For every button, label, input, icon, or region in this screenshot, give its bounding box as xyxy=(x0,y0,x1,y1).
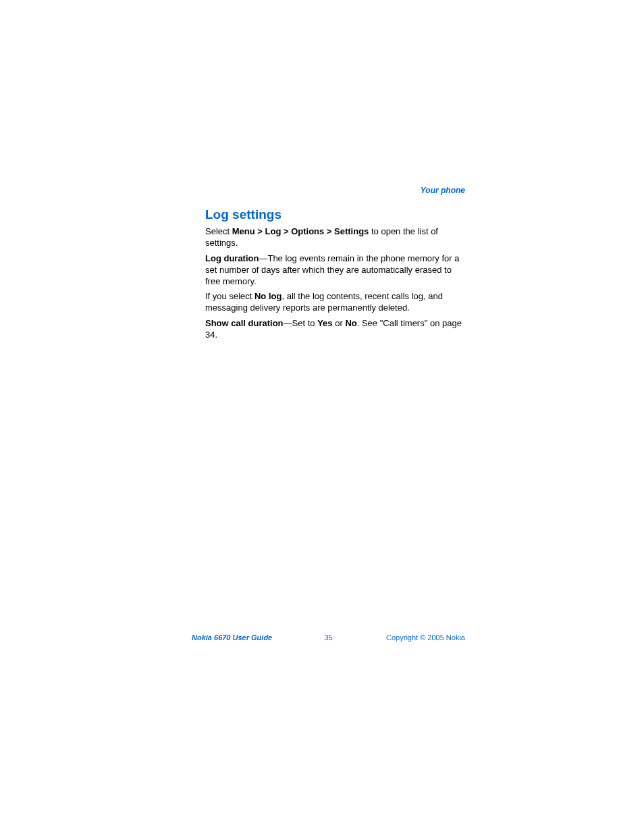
footer-copyright: Copyright © 2005 Nokia xyxy=(386,633,465,642)
text-bold-log-duration: Log duration xyxy=(205,253,259,263)
footer-page-number: 35 xyxy=(324,633,332,642)
text-bold-yes: Yes xyxy=(317,318,332,328)
heading-log-settings: Log settings xyxy=(205,207,465,222)
section-header: Your phone xyxy=(205,186,465,195)
text-prefix: Select xyxy=(205,226,232,236)
text-prefix: If you select xyxy=(205,291,254,301)
paragraph-no-log: If you select No log, all the log conten… xyxy=(205,291,465,314)
paragraph-show-call-duration: Show call duration—Set to Yes or No. See… xyxy=(205,318,465,341)
text-bold-show-call-duration: Show call duration xyxy=(205,318,284,328)
text-bold-no-log: No log xyxy=(254,291,281,301)
paragraph-select-menu: Select Menu > Log > Options > Settings t… xyxy=(205,226,465,249)
footer-guide-name: Nokia 6670 User Guide xyxy=(192,633,272,642)
page-footer: Nokia 6670 User Guide 35 Copyright © 200… xyxy=(192,633,465,642)
text-bold-no: No xyxy=(345,318,356,328)
paragraph-log-duration: Log duration—The log events remain in th… xyxy=(205,253,465,288)
text-middle: —Set to xyxy=(284,318,318,328)
text-bold-menu-path: Menu > Log > Options > Settings xyxy=(232,226,369,236)
page-content: Your phone Log settings Select Menu > Lo… xyxy=(205,186,465,345)
text-middle: or xyxy=(333,318,346,328)
